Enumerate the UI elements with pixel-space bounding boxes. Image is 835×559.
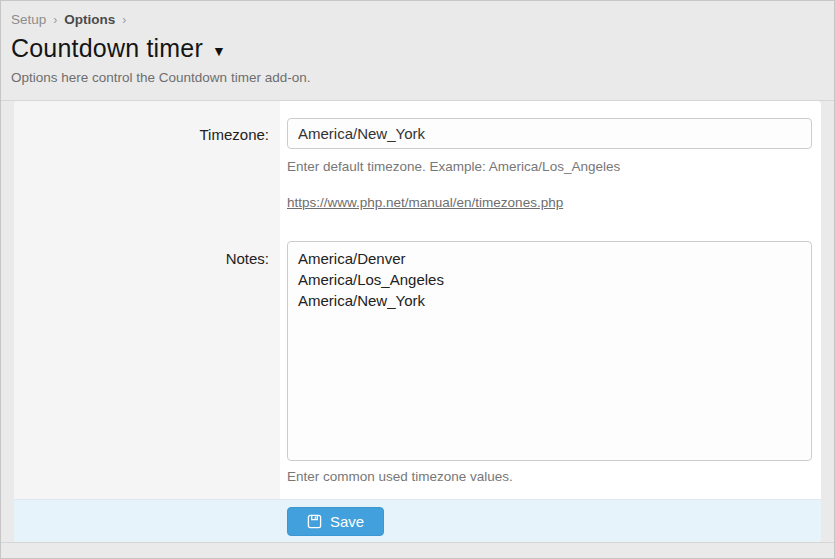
timezone-field-cell: Enter default timezone. Example: America… (280, 101, 821, 241)
timezone-help-text: Enter default timezone. Example: America… (287, 159, 812, 174)
breadcrumb-item-options[interactable]: Options (64, 12, 115, 27)
save-row: Save (14, 499, 821, 542)
page-subtitle: Options here control the Countdown timer… (11, 70, 824, 85)
save-button[interactable]: Save (287, 507, 384, 536)
title-dropdown-caret-icon[interactable]: ▼ (212, 39, 226, 59)
page-header: Setup › Options › Countdown timer ▼ Opti… (1, 1, 834, 100)
timezone-input[interactable] (287, 118, 812, 149)
title-row: Countdown timer ▼ (11, 34, 824, 63)
breadcrumb-separator-icon: › (53, 13, 57, 27)
timezones-doc-link[interactable]: https://www.php.net/manual/en/timezones.… (287, 195, 563, 210)
timezone-label: Timezone: (14, 101, 280, 241)
save-floppy-icon (307, 514, 322, 529)
breadcrumb: Setup › Options › (11, 12, 824, 27)
notes-help-text: Enter common used timezone values. (287, 469, 812, 484)
breadcrumb-item-setup[interactable]: Setup (11, 12, 46, 27)
form-grid: Timezone: Enter default timezone. Exampl… (14, 101, 821, 499)
breadcrumb-separator-icon: › (122, 13, 126, 27)
notes-field-cell: America/Denver America/Los_Angeles Ameri… (280, 241, 821, 499)
save-button-label: Save (330, 513, 364, 530)
notes-label: Notes: (14, 241, 280, 499)
options-form-panel: Timezone: Enter default timezone. Exampl… (14, 101, 821, 542)
notes-textarea[interactable]: America/Denver America/Los_Angeles Ameri… (287, 241, 812, 461)
content-wrap: Timezone: Enter default timezone. Exampl… (1, 100, 834, 543)
page-title: Countdown timer (11, 34, 203, 63)
options-page: Setup › Options › Countdown timer ▼ Opti… (0, 0, 835, 559)
